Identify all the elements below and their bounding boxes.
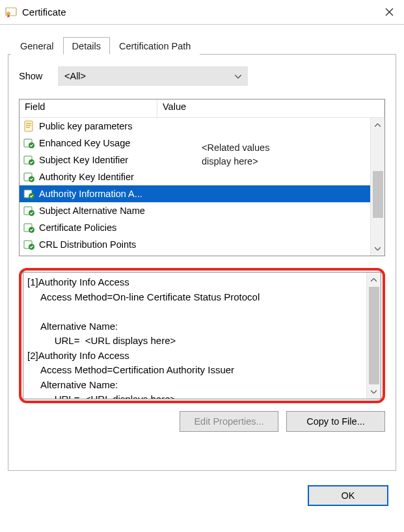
extension-icon [23, 137, 35, 149]
dialog-footer: OK [8, 471, 396, 514]
detail-scrollbar[interactable] [366, 273, 381, 399]
svg-rect-6 [26, 125, 31, 126]
tab-details[interactable]: Details [63, 37, 110, 55]
extension-icon [23, 154, 35, 166]
scroll-down-icon[interactable] [371, 241, 385, 256]
chevron-down-icon [235, 73, 241, 80]
close-button[interactable] [374, 0, 404, 25]
field-row[interactable]: Enhanced Key Usage [20, 135, 370, 152]
field-label: Authority Key Identifier [39, 172, 134, 182]
detail-box: [1]Authority Info Access Access Method=O… [23, 272, 381, 399]
fields-list: Field Value Public key parametersEnhance… [19, 99, 385, 256]
svg-rect-4 [25, 121, 33, 131]
extension-icon [23, 222, 35, 233]
show-dropdown-value: <All> [64, 71, 86, 81]
scrollbar-track[interactable] [371, 132, 385, 241]
ok-button[interactable]: OK [308, 485, 388, 506]
tab-general[interactable]: General [11, 37, 63, 55]
field-row[interactable]: Public key parameters [20, 118, 370, 135]
fields-list-header: Field Value [20, 100, 384, 118]
field-row[interactable]: Subject Key Identifier [20, 152, 370, 168]
field-label: Subject Key Identifier [39, 155, 128, 165]
field-row[interactable]: CRL Distribution Points [20, 236, 370, 253]
window-title: Certificate [22, 7, 374, 18]
svg-rect-7 [26, 127, 30, 127]
scrollbar-thumb[interactable] [373, 171, 383, 218]
field-row[interactable]: Authority Information A... [20, 185, 370, 202]
extension-icon [23, 171, 35, 183]
extension-icon [23, 239, 35, 250]
fields-scrollbar[interactable] [370, 118, 384, 256]
certificate-icon [5, 7, 17, 18]
column-header-value[interactable]: Value [157, 100, 384, 118]
tab-body-details: Show <All> Field Value Public key parame… [8, 55, 396, 471]
show-label: Show [19, 71, 58, 81]
field-label: Public key parameters [39, 121, 132, 131]
svg-point-1 [7, 12, 10, 15]
field-label: Subject Alternative Name [39, 206, 145, 216]
field-label: Authority Information A... [39, 189, 142, 199]
detail-text[interactable]: [1]Authority Info Access Access Method=O… [23, 273, 366, 399]
extension-icon [23, 205, 35, 217]
field-label: CRL Distribution Points [39, 239, 136, 250]
field-label: Certificate Policies [39, 222, 116, 233]
tab-certification-path[interactable]: Certification Path [110, 37, 200, 55]
field-row[interactable]: Certificate Policies [20, 219, 370, 236]
document-icon [23, 120, 35, 132]
close-icon [385, 8, 394, 16]
titlebar: Certificate [0, 0, 404, 25]
tab-strip: General Details Certification Path [8, 31, 396, 55]
scroll-up-icon[interactable] [367, 273, 381, 287]
column-header-field[interactable]: Field [20, 100, 157, 118]
scroll-up-icon[interactable] [371, 118, 385, 132]
scroll-down-icon[interactable] [367, 384, 381, 399]
field-label: Enhanced Key Usage [39, 138, 130, 148]
button-row: Edit Properties... Copy to File... [19, 411, 385, 432]
edit-properties-button: Edit Properties... [180, 411, 278, 432]
detail-highlight: [1]Authority Info Access Access Method=O… [19, 268, 385, 403]
show-dropdown[interactable]: <All> [58, 66, 248, 86]
show-row: Show <All> [19, 66, 385, 86]
scrollbar-thumb[interactable] [369, 287, 379, 384]
copy-to-file-button[interactable]: Copy to File... [286, 411, 385, 432]
field-row[interactable]: Authority Key Identifier [20, 168, 370, 185]
scrollbar-track[interactable] [367, 287, 381, 384]
field-row[interactable]: Subject Alternative Name [20, 202, 370, 219]
extension-icon [23, 188, 35, 200]
svg-rect-5 [26, 123, 31, 124]
